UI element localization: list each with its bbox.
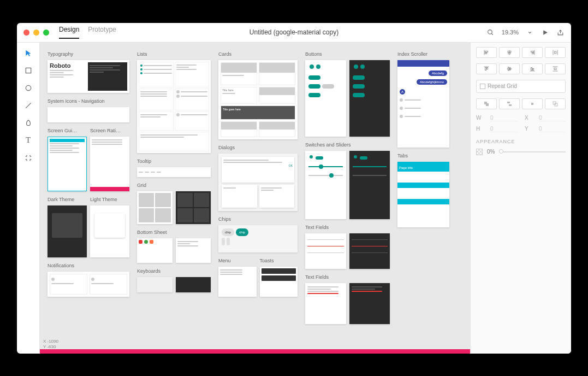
artboard-toasts[interactable] — [260, 267, 298, 297]
artboard-menu[interactable] — [218, 267, 257, 297]
y-label: Y — [525, 126, 531, 132]
svg-line-7 — [26, 103, 31, 108]
artboard-buttons-light[interactable] — [305, 60, 346, 137]
select-tool[interactable] — [23, 48, 33, 58]
align-top-icon[interactable] — [476, 63, 497, 74]
artboard-notifications[interactable] — [47, 272, 129, 297]
artboard-grid-dark[interactable] — [176, 191, 211, 224]
label-lists[interactable]: Lists — [137, 51, 211, 57]
artboard-dark-theme[interactable] — [47, 205, 87, 257]
opacity-value[interactable]: 0% — [487, 149, 495, 155]
label-dialogs[interactable]: Dialogs — [218, 145, 298, 150]
align-row-2 — [476, 63, 566, 74]
x-field[interactable]: 0 — [539, 115, 566, 121]
ellipse-tool[interactable] — [23, 83, 33, 93]
opacity-row: 0% — [476, 149, 566, 155]
artboard-tooltip[interactable] — [137, 167, 211, 177]
label-menu[interactable]: Menu — [218, 258, 257, 263]
label-bottom-sheet[interactable]: Bottom Sheet — [137, 230, 211, 235]
label-switches[interactable]: Switches and Sliders — [305, 142, 390, 148]
canvas-coords: X -1090 Y -630 — [43, 339, 58, 350]
opacity-swatch-icon[interactable] — [476, 149, 483, 155]
union-icon[interactable] — [476, 98, 497, 109]
artboard-screen-ratio[interactable] — [90, 137, 129, 191]
align-right-icon[interactable] — [522, 47, 543, 58]
artboard-keyboard-light[interactable] — [137, 277, 173, 292]
zoom-dot[interactable] — [43, 30, 49, 36]
artboard-switches-dark[interactable] — [349, 151, 390, 219]
distribute-v-icon[interactable] — [545, 63, 566, 74]
artboard-textfields2-dark[interactable] — [349, 283, 390, 324]
artboard-system-icons[interactable] — [47, 107, 129, 122]
label-tooltip[interactable]: Tooltip — [137, 158, 211, 164]
column-5: Index Scroller Abcdefg Abcdefghijklmno A — [397, 49, 449, 227]
artboard-screen-guide[interactable] — [47, 137, 87, 191]
h-field[interactable]: 0 — [490, 126, 517, 132]
column-4: Buttons — [305, 49, 390, 324]
label-screen-guide[interactable]: Screen Gui… — [47, 128, 87, 133]
subtract-icon[interactable] — [499, 98, 520, 109]
label-typography[interactable]: Typography — [47, 51, 129, 57]
artboard-cards[interactable]: Title here Title goes here — [218, 60, 298, 139]
artboard-dialogs[interactable]: OK — [218, 154, 298, 211]
intersect-icon[interactable] — [522, 98, 543, 109]
line-tool[interactable] — [23, 101, 33, 110]
artboard-lists[interactable] — [137, 60, 211, 153]
label-light-theme[interactable]: Light Theme — [90, 197, 129, 202]
artboard-buttons-dark[interactable] — [349, 60, 390, 137]
artboard-grid-light[interactable] — [137, 191, 173, 224]
label-buttons[interactable]: Buttons — [305, 51, 390, 57]
exclude-icon[interactable] — [545, 98, 566, 109]
artboard-textfields2-light[interactable] — [305, 283, 346, 324]
zoom-level[interactable]: 19.3% — [502, 29, 519, 36]
align-bottom-icon[interactable] — [522, 63, 543, 74]
share-icon[interactable] — [556, 28, 565, 37]
rectangle-tool[interactable] — [23, 66, 33, 75]
label-dark-theme[interactable]: Dark Theme — [47, 197, 87, 202]
artboard-chips[interactable]: chip chip — [218, 225, 298, 252]
svg-rect-32 — [531, 103, 533, 105]
label-index-scroller[interactable]: Index Scroller — [397, 51, 449, 57]
play-icon[interactable] — [541, 28, 549, 37]
label-text-fields[interactable]: Text Fields — [305, 225, 390, 230]
minimize-dot[interactable] — [33, 30, 39, 36]
align-center-v-icon[interactable] — [499, 63, 520, 74]
repeat-grid-button[interactable]: Repeat Grid — [476, 80, 566, 93]
close-dot[interactable] — [23, 30, 29, 36]
artboard-typography[interactable]: Roboto — [47, 60, 129, 93]
label-system-icons[interactable]: System Icons - Navigation — [47, 98, 129, 104]
w-field[interactable]: 0 — [490, 115, 517, 121]
canvas[interactable]: Typography Roboto System Icons - Navigat… — [40, 43, 470, 354]
artboard-tabs[interactable]: Page title — [397, 162, 449, 227]
label-screen-ratio[interactable]: Screen Rati… — [90, 128, 129, 133]
artboard-switches-light[interactable] — [305, 151, 346, 219]
search-icon[interactable] — [486, 28, 495, 37]
opacity-slider[interactable] — [499, 151, 566, 152]
artboard-index-scroller[interactable]: Abcdefg Abcdefghijklmno A — [397, 60, 449, 148]
artboard-keyboard-dark[interactable] — [176, 277, 211, 292]
artboard-textfields-light[interactable] — [305, 233, 346, 269]
text-tool[interactable]: T — [23, 136, 33, 145]
label-cards[interactable]: Cards — [218, 51, 298, 57]
distribute-h-icon[interactable] — [545, 47, 566, 58]
svg-rect-27 — [531, 67, 532, 70]
label-chips[interactable]: Chips — [218, 216, 298, 222]
pen-tool[interactable] — [23, 118, 33, 128]
artboard-bottom-sheet-2[interactable] — [176, 238, 211, 263]
artboard-tool[interactable] — [23, 153, 33, 163]
label-notifications[interactable]: Notifications — [47, 263, 129, 268]
label-text-fields-2[interactable]: Text Fields — [305, 274, 390, 280]
zoom-dropdown-icon[interactable] — [525, 28, 534, 37]
label-toasts[interactable]: Toasts — [260, 258, 298, 263]
y-field[interactable]: 0 — [539, 126, 566, 132]
align-center-h-icon[interactable] — [499, 47, 520, 58]
label-grid[interactable]: Grid — [137, 183, 211, 188]
label-tabs[interactable]: Tabs — [397, 153, 449, 158]
artboard-bottom-sheet-1[interactable] — [137, 238, 173, 263]
tab-design[interactable]: Design — [59, 26, 79, 39]
label-keyboards[interactable]: Keyboards — [137, 268, 211, 274]
artboard-light-theme[interactable] — [90, 205, 129, 257]
artboard-textfields-dark[interactable] — [349, 233, 390, 269]
tab-prototype[interactable]: Prototype — [88, 26, 116, 39]
align-left-icon[interactable] — [476, 47, 497, 58]
